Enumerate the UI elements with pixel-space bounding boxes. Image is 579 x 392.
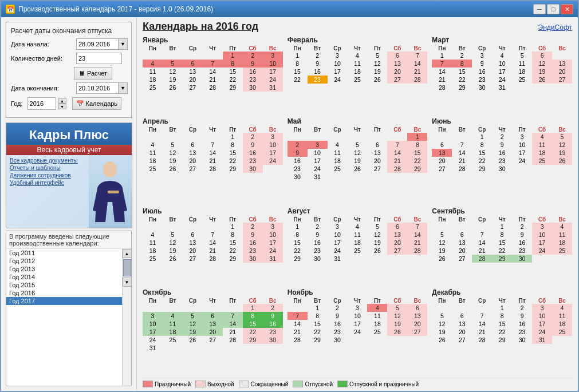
calendar-day[interactable]: 25 — [143, 255, 163, 263]
calendar-day[interactable]: 20 — [552, 68, 572, 76]
calendar-day[interactable] — [387, 336, 407, 344]
calendar-day[interactable] — [452, 304, 472, 312]
calendar-day[interactable]: 27 — [452, 336, 472, 344]
calendar-day[interactable]: 25 — [552, 247, 572, 255]
calendar-day[interactable]: 9 — [243, 141, 263, 149]
calendar-day[interactable]: 22 — [243, 328, 263, 336]
calendar-day[interactable]: 10 — [348, 312, 368, 320]
calendar-day[interactable] — [452, 223, 472, 231]
calendar-day[interactable]: 15 — [243, 320, 263, 328]
calendar-day[interactable]: 20 — [387, 239, 407, 247]
calendar-day[interactable]: 1 — [492, 223, 512, 231]
calendar-day[interactable] — [348, 255, 368, 263]
calendar-day[interactable] — [263, 344, 283, 352]
calendar-day[interactable]: 31 — [492, 84, 512, 92]
calendar-day[interactable]: 16 — [243, 149, 263, 157]
calendar-day[interactable]: 26 — [432, 336, 452, 344]
calendar-day[interactable]: 6 — [452, 312, 472, 320]
calendar-day[interactable]: 19 — [367, 68, 387, 76]
start-date-input[interactable] — [76, 38, 119, 50]
calendar-day[interactable]: 20 — [387, 68, 407, 76]
end-date-dropdown[interactable]: ▼ — [119, 82, 128, 94]
calendar-day[interactable]: 23 — [492, 157, 512, 165]
calendar-day[interactable]: 18 — [143, 157, 163, 165]
calendar-day[interactable]: 26 — [348, 165, 368, 173]
calendar-day[interactable]: 18 — [367, 320, 387, 328]
calendar-day[interactable]: 21 — [472, 247, 492, 255]
calendar-day[interactable]: 26 — [387, 328, 407, 336]
calendar-day[interactable]: 11 — [143, 239, 163, 247]
calendar-day[interactable] — [203, 133, 223, 141]
calendar-day[interactable]: 28 — [472, 255, 492, 263]
calendar-day[interactable]: 28 — [407, 247, 427, 255]
calendar-day[interactable]: 10 — [308, 149, 328, 157]
calendar-day[interactable]: 19 — [552, 149, 572, 157]
calendar-day[interactable]: 1 — [287, 52, 308, 60]
calendar-day[interactable]: 28 — [452, 165, 472, 173]
calendar-day[interactable]: 27 — [432, 165, 452, 173]
calendar-day[interactable]: 30 — [328, 336, 348, 344]
calendar-day[interactable]: 15 — [223, 68, 243, 76]
calendar-day[interactable]: 10 — [492, 60, 512, 68]
calendar-day[interactable] — [532, 84, 552, 92]
calendar-day[interactable] — [183, 344, 203, 352]
calendar-day[interactable]: 3 — [263, 52, 283, 60]
calendar-day[interactable]: 11 — [143, 149, 163, 157]
calendar-day[interactable]: 12 — [348, 149, 368, 157]
calendar-day[interactable]: 13 — [183, 149, 203, 157]
calendar-day[interactable]: 19 — [163, 157, 183, 165]
calendar-day[interactable]: 14 — [387, 149, 407, 157]
calendar-day[interactable]: 11 — [348, 231, 368, 239]
calendar-day[interactable]: 6 — [203, 312, 223, 320]
calendar-day[interactable] — [163, 133, 183, 141]
calendar-day[interactable] — [452, 133, 472, 141]
calendar-day[interactable]: 2 — [452, 52, 472, 60]
calendar-day[interactable]: 2 — [308, 52, 328, 60]
calendar-day[interactable]: 11 — [143, 68, 163, 76]
calendar-day[interactable]: 31 — [532, 336, 552, 344]
calendar-day[interactable]: 25 — [367, 328, 387, 336]
calendar-day[interactable] — [432, 223, 452, 231]
calendar-day[interactable]: 14 — [407, 60, 427, 68]
calendar-day[interactable] — [223, 304, 243, 312]
calendar-day[interactable]: 1 — [287, 223, 308, 231]
calendar-day[interactable]: 6 — [183, 231, 203, 239]
calendar-day[interactable]: 28 — [432, 84, 452, 92]
calendar-day[interactable]: 13 — [183, 239, 203, 247]
calendar-day[interactable] — [143, 133, 163, 141]
calendar-day[interactable]: 30 — [243, 165, 263, 173]
calendar-day[interactable] — [532, 165, 552, 173]
calendar-day[interactable]: 6 — [452, 231, 472, 239]
calendar-day[interactable]: 12 — [432, 239, 452, 247]
calendar-day[interactable] — [348, 133, 368, 141]
calendar-day[interactable] — [348, 336, 368, 344]
calendar-day[interactable]: 30 — [512, 255, 532, 263]
calendar-day[interactable] — [263, 165, 283, 173]
calendar-day[interactable]: 7 — [472, 231, 492, 239]
ad-link-2[interactable]: Движения сотрудников — [10, 172, 85, 179]
calendar-day[interactable]: 12 — [552, 141, 572, 149]
calendar-day[interactable]: 2 — [492, 133, 512, 141]
calendar-day[interactable]: 3 — [308, 141, 328, 149]
calendar-day[interactable]: 14 — [287, 320, 308, 328]
calendar-day[interactable]: 2 — [308, 223, 328, 231]
year-down-button[interactable]: ▼ — [58, 104, 66, 109]
calendar-day[interactable]: 29 — [223, 165, 243, 173]
calendar-day[interactable]: 6 — [183, 60, 203, 68]
calendar-day[interactable]: 27 — [367, 165, 387, 173]
calendar-day[interactable]: 14 — [472, 239, 492, 247]
calendar-day[interactable]: 25 — [348, 76, 368, 84]
calendar-day[interactable]: 20 — [407, 320, 427, 328]
minimize-button[interactable]: ─ — [533, 4, 546, 14]
calendar-day[interactable]: 21 — [203, 157, 223, 165]
calendar-day[interactable]: 14 — [203, 149, 223, 157]
calendar-day[interactable]: 16 — [308, 239, 328, 247]
calendar-day[interactable]: 26 — [367, 76, 387, 84]
calendar-day[interactable]: 17 — [308, 157, 328, 165]
calendar-day[interactable]: 30 — [308, 255, 328, 263]
calendar-day[interactable]: 22 — [223, 157, 243, 165]
calendar-day[interactable]: 12 — [367, 231, 387, 239]
calendar-day[interactable]: 30 — [472, 84, 492, 92]
calendar-day[interactable] — [223, 344, 243, 352]
calendar-day[interactable]: 3 — [532, 304, 552, 312]
